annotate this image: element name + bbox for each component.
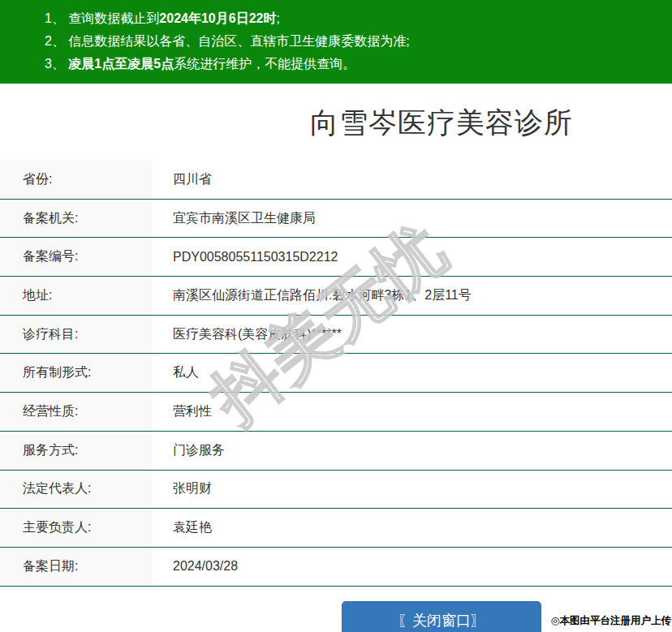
upload-attribution: ◎本图由平台注册用户上传 <box>551 614 671 628</box>
notice-2-pre: 2、 信息数据结果以各省、自治区、直辖市卫生健康委数据为准; <box>45 34 410 48</box>
row-value: 私人 <box>152 354 672 392</box>
row-value: 2024/03/28 <box>152 548 672 586</box>
row-value: 营利性 <box>152 393 672 431</box>
table-row-province: 省份: 四川省 <box>0 161 672 200</box>
row-value: PDY00580551150315D2212 <box>152 238 672 276</box>
row-value: 医疗美容科(美容皮肤科)****** <box>152 316 672 354</box>
table-row-service-mode: 服务方式: 门诊服务 <box>0 432 672 471</box>
row-label: 诊疗科目: <box>0 316 152 354</box>
table-row-filing-authority: 备案机关: 宜宾市南溪区卫生健康局 <box>0 200 672 239</box>
row-label: 备案机关: <box>0 200 152 238</box>
notice-line-1: 1、 查询数据截止到2024年10月6日22时; <box>45 7 672 30</box>
page-title: 向雪岑医疗美容诊所 <box>0 84 672 161</box>
notice-line-3: 3、 凌晨1点至凌晨5点系统进行维护，不能提供查询。 <box>45 53 672 75</box>
row-value: 门诊服务 <box>152 432 672 470</box>
row-label: 备案编号: <box>0 238 152 276</box>
row-label: 经营性质: <box>0 393 152 431</box>
table-row-filing-number: 备案编号: PDY00580551150315D2212 <box>0 238 672 277</box>
page-container: 1、 查询数据截止到2024年10月6日22时; 2、 信息数据结果以各省、自治… <box>0 0 672 632</box>
notice-1-post: ; <box>276 11 279 25</box>
notice-1-bold: 2024年10月6日22时 <box>159 11 276 25</box>
table-row-business-nature: 经营性质: 营利性 <box>0 393 672 432</box>
notice-3-bold: 凌晨1点至凌晨5点 <box>68 57 174 71</box>
table-row-legal-representative: 法定代表人: 张明财 <box>0 471 672 509</box>
row-value: 南溪区仙源街道正信路佰川.碧水河畔3栋1、2层11号 <box>152 277 672 315</box>
row-value: 四川省 <box>152 161 672 199</box>
row-label: 地址: <box>0 277 152 315</box>
table-row-ownership: 所有制形式: 私人 <box>0 354 672 393</box>
table-row-filing-date: 备案日期: 2024/03/28 <box>0 548 672 587</box>
row-label: 所有制形式: <box>0 354 152 392</box>
table-row-medical-subjects: 诊疗科目: 医疗美容科(美容皮肤科)****** <box>0 316 672 355</box>
row-label: 备案日期: <box>0 548 152 586</box>
row-label: 服务方式: <box>0 432 152 470</box>
notice-3-post: 系统进行维护，不能提供查询。 <box>174 57 355 71</box>
notice-line-2: 2、 信息数据结果以各省、自治区、直辖市卫生健康委数据为准; <box>45 30 672 53</box>
info-table: 省份: 四川省 备案机关: 宜宾市南溪区卫生健康局 备案编号: PDY00580… <box>0 161 672 587</box>
row-label: 法定代表人: <box>0 471 152 509</box>
notice-3-pre: 3、 <box>45 57 68 71</box>
close-window-button[interactable]: 〖关闭窗口〗 <box>342 601 541 632</box>
row-value: 宜宾市南溪区卫生健康局 <box>152 200 672 238</box>
row-label: 省份: <box>0 161 152 199</box>
row-value: 袁廷艳 <box>152 509 672 547</box>
table-row-address: 地址: 南溪区仙源街道正信路佰川.碧水河畔3栋1、2层11号 <box>0 277 672 316</box>
table-row-principal: 主要负责人: 袁廷艳 <box>0 509 672 548</box>
row-value: 张明财 <box>152 471 672 509</box>
notice-banner: 1、 查询数据截止到2024年10月6日22时; 2、 信息数据结果以各省、自治… <box>0 0 672 84</box>
notice-1-pre: 1、 查询数据截止到 <box>45 11 159 25</box>
row-label: 主要负责人: <box>0 509 152 547</box>
